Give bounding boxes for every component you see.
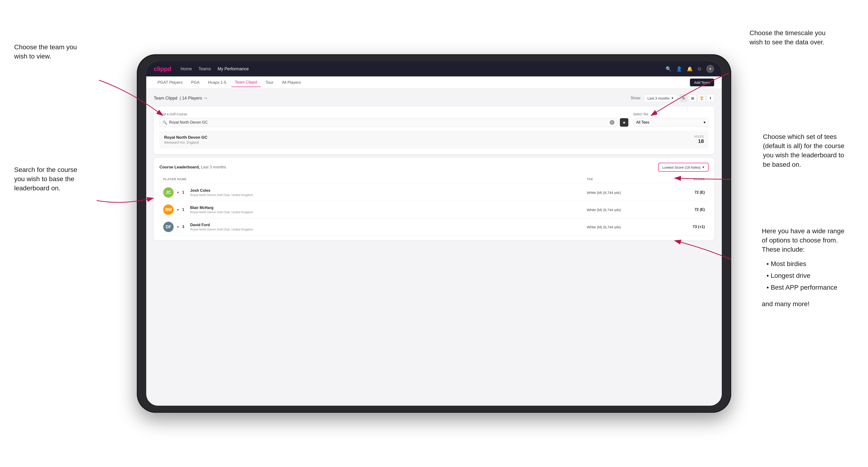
table-row: JC ♥ 1 Josh Coles Royal North Devon Golf… <box>159 184 709 201</box>
col-score: SCORE <box>662 177 705 181</box>
avatar-1: JC <box>163 187 174 198</box>
search-icon[interactable]: 🔍 <box>665 66 672 72</box>
heart-icon-3[interactable]: ♥ <box>177 225 179 229</box>
view-toggle-group: ⊞ ▦ 🏆 ⬇ <box>680 94 714 102</box>
bottom-right-footer: and many more! <box>762 299 844 309</box>
rank-2: 1 <box>182 208 187 212</box>
avatar-3: DF <box>163 222 174 232</box>
tee-2: White (M) (6,744 yds) <box>587 208 662 212</box>
player-details-2: Blair McHarg Royal North Devon Golf Club… <box>190 206 253 214</box>
add-team-button[interactable]: Add Team <box>690 79 714 86</box>
rank-1: 1 <box>182 190 187 195</box>
search-icon-inner: 🔍 <box>162 120 167 125</box>
timescale-dropdown[interactable]: Last 3 months ▾ <box>644 94 677 102</box>
player-info-3: DF ♥ 3 David Ford Royal North Devon Golf… <box>163 222 587 232</box>
edit-icon[interactable]: ✏ <box>205 96 208 100</box>
subnav-hcaps[interactable]: Hcaps 1-5 <box>204 78 230 87</box>
heart-icon-1[interactable]: ♥ <box>177 191 179 194</box>
trophy-icon[interactable]: 🏆 <box>698 94 705 102</box>
table-row: DF ♥ 3 David Ford Royal North Devon Golf… <box>159 218 709 236</box>
tee-1: White (M) (6,744 yds) <box>587 191 662 195</box>
player-details-3: David Ford Royal North Devon Golf Club, … <box>190 223 253 231</box>
bullet-2: • Longest drive <box>767 270 844 282</box>
course-result: Royal North Devon GC Westward Ho!, Engla… <box>159 131 709 149</box>
course-search-input-wrapper: 🔍 Royal North Devon GC × <box>159 118 618 127</box>
score-type-dropdown[interactable]: Lowest Score (18 holes) ▾ <box>658 163 709 172</box>
holes-label: Holes <box>694 135 704 138</box>
nav-teams[interactable]: Teams <box>198 66 211 71</box>
person-icon[interactable]: 👤 <box>676 66 682 72</box>
player-name-3: David Ford <box>190 223 253 227</box>
leaderboard-title: Course Leaderboard, Last 3 months <box>159 165 226 169</box>
player-club-3: Royal North Devon Golf Club, United King… <box>190 228 253 231</box>
grid-large-icon[interactable]: ▦ <box>689 94 696 102</box>
show-label: Show: <box>630 96 641 100</box>
grid-small-icon[interactable]: ⊞ <box>680 94 687 102</box>
score-dropdown-chevron: ▾ <box>703 165 704 169</box>
search-clear-button[interactable]: × <box>610 120 614 125</box>
show-controls: Show: Last 3 months ▾ ⊞ ▦ 🏆 ⬇ <box>630 94 714 102</box>
course-location: Westward Ho!, England <box>164 141 207 144</box>
find-course-label: Find a Golf Course <box>159 112 628 116</box>
sub-nav: PGAT Players PGA Hcaps 1-5 Team Clippd T… <box>146 76 722 89</box>
player-club-1: Royal North Devon Golf Club, United King… <box>190 193 253 197</box>
nav-bar: clippd Home Teams My Performance 🔍 👤 🔔 ⊙… <box>146 61 722 76</box>
course-search-input[interactable]: Royal North Devon GC <box>169 120 608 125</box>
player-details-1: Josh Coles Royal North Devon Golf Club, … <box>190 188 253 197</box>
tee-select-col: Select Tee All Tees ▾ <box>633 112 709 127</box>
subnav-all-players[interactable]: All Players <box>278 78 305 87</box>
subnav-tour[interactable]: Tour <box>262 78 277 87</box>
avatar-2: BM <box>163 205 174 215</box>
player-club-2: Royal North Devon Golf Club, United King… <box>190 210 253 214</box>
rank-3: 3 <box>182 225 187 229</box>
course-search-col: Find a Golf Course 🔍 Royal North Devon G… <box>159 112 628 127</box>
bullet-1: • Most birdies <box>767 258 844 270</box>
team-header: Team Clippd | 14 Players ✏ Show: Last 3 … <box>154 94 714 102</box>
col-tee: TEE <box>587 177 662 181</box>
table-row: BM ♥ 1 Blair McHarg Royal North Devon Go… <box>159 201 709 218</box>
course-info: Royal North Devon GC Westward Ho!, Engla… <box>164 135 207 144</box>
annotation-middle-right: Choose which set of tees (default is all… <box>763 132 845 169</box>
score-1: 72 (E) <box>662 190 705 195</box>
team-name: Team Clippd <box>154 96 177 101</box>
subnav-pga[interactable]: PGA <box>187 78 203 87</box>
user-avatar[interactable]: ▾ <box>706 65 714 73</box>
nav-links: Home Teams My Performance <box>181 66 658 71</box>
course-name: Royal North Devon GC <box>164 135 207 140</box>
tablet-frame: clippd Home Teams My Performance 🔍 👤 🔔 ⊙… <box>137 54 731 413</box>
download-icon[interactable]: ⬇ <box>707 94 714 102</box>
subnav-team-clippd[interactable]: Team Clippd <box>231 78 261 87</box>
leaderboard-header: Course Leaderboard, Last 3 months Lowest… <box>159 163 709 172</box>
nav-home[interactable]: Home <box>181 66 192 71</box>
search-row: Find a Golf Course 🔍 Royal North Devon G… <box>159 112 709 127</box>
heart-icon-2[interactable]: ♥ <box>177 208 179 212</box>
annotation-middle-left: Search for the course you wish to base t… <box>14 165 78 193</box>
settings-icon[interactable]: ⊙ <box>698 66 702 72</box>
select-tee-label: Select Tee <box>633 112 709 116</box>
favorite-star-button[interactable]: ★ <box>620 118 628 127</box>
team-title-group: Team Clippd | 14 Players ✏ <box>154 96 208 101</box>
col-player: PLAYER NAME <box>163 177 587 181</box>
leaderboard-section: Course Leaderboard, Last 3 months Lowest… <box>154 158 714 240</box>
tablet-screen: clippd Home Teams My Performance 🔍 👤 🔔 ⊙… <box>146 61 722 406</box>
player-count: | 14 Players <box>180 96 202 101</box>
tee-chevron-icon: ▾ <box>704 120 706 125</box>
tee-dropdown[interactable]: All Tees ▾ <box>633 118 709 127</box>
annotation-bottom-right: Here you have a wide range of options to… <box>762 226 844 309</box>
annotation-top-left: Choose the team you wish to view. <box>14 42 77 61</box>
player-name-1: Josh Coles <box>190 188 253 193</box>
app-logo: clippd <box>154 65 171 73</box>
bullet-3: • Best APP performance <box>767 282 844 293</box>
tee-value: All Tees <box>636 120 649 125</box>
score-3: 73 (+1) <box>662 225 705 229</box>
bell-icon[interactable]: 🔔 <box>687 66 693 72</box>
leaderboard-columns: PLAYER NAME TEE SCORE <box>159 176 709 183</box>
tee-3: White (M) (6,744 yds) <box>587 225 662 229</box>
nav-my-performance[interactable]: My Performance <box>218 66 249 71</box>
player-info-2: BM ♥ 1 Blair McHarg Royal North Devon Go… <box>163 205 587 215</box>
subnav-pgat[interactable]: PGAT Players <box>154 78 186 87</box>
annotation-top-right: Choose the timescale you wish to see the… <box>750 28 826 47</box>
score-2: 72 (E) <box>662 208 705 212</box>
nav-icon-group: 🔍 👤 🔔 ⊙ ▾ <box>665 65 714 73</box>
chevron-down-icon: ▾ <box>672 96 673 100</box>
